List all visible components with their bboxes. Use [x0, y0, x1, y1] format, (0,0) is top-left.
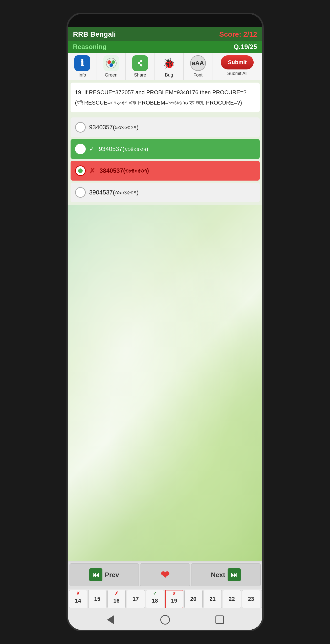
q-num-20[interactable]: 20 — [184, 590, 203, 608]
radio-c — [75, 165, 86, 176]
q-num-16[interactable]: ✗16 — [107, 590, 126, 608]
info-icon: ℹ — [74, 55, 90, 71]
bug-button[interactable]: 🐞 Bug — [155, 53, 184, 80]
back-icon — [107, 615, 114, 624]
svg-point-1 — [107, 60, 111, 64]
next-label: Next — [211, 571, 225, 579]
submit-all-label: Submit All — [227, 71, 247, 76]
status-bar — [68, 14, 262, 27]
phone-frame: RRB Bengali Score: 2/12 Reasoning Q.19/2… — [67, 13, 264, 631]
next-button[interactable]: Next ⏭ — [191, 563, 261, 586]
font-button[interactable]: aAA Font — [184, 53, 212, 80]
bug-label: Bug — [165, 72, 173, 78]
recents-icon — [215, 615, 224, 624]
question-text-en: 19. If RESCUE=372057 and PROBLEM=9348176… — [75, 88, 255, 96]
share-button[interactable]: Share — [126, 53, 155, 80]
bottom-nav-buttons: ⏮ Prev ❤ Next ⏭ — [68, 561, 262, 588]
subject-label: Reasoning — [73, 43, 107, 51]
option-d[interactable]: 3904537(৩৯০৪৫৩৭) — [71, 183, 260, 202]
info-button[interactable]: ℹ Info — [68, 53, 97, 80]
q-num-18[interactable]: ✓18 — [146, 590, 164, 608]
q-num-22[interactable]: 22 — [223, 590, 241, 608]
q-num-17[interactable]: 17 — [127, 590, 145, 608]
heart-button[interactable]: ❤ — [140, 563, 190, 586]
wrong-mark: ✗ — [89, 167, 95, 175]
home-button[interactable] — [160, 614, 171, 625]
question-area: 19. If RESCUE=372057 and PROBLEM=9348176… — [71, 83, 260, 112]
screen: RRB Bengali Score: 2/12 Reasoning Q.19/2… — [68, 27, 262, 630]
option-c[interactable]: ✗ 3840537(৩৮৪০৫৩৭) — [71, 161, 260, 181]
question-text-bn: (যদি RESCUE=৩৭২০৫৭ এবং PROBLEM=৯৩৪৮১৭৬ হ… — [75, 98, 255, 107]
font-label: Font — [193, 72, 203, 78]
q-num-21[interactable]: 21 — [204, 590, 222, 608]
svg-point-4 — [136, 59, 145, 68]
submit-icon: Submit — [221, 55, 254, 69]
header-sub: Reasoning Q.19/25 — [68, 41, 262, 53]
option-b[interactable]: ✓ 9340537(৯৩৪০৫৩৭) — [71, 139, 260, 159]
prev-label: Prev — [105, 571, 119, 579]
option-a[interactable]: 9340357(৯৩৪০৩৫৭) — [71, 117, 260, 137]
green-button[interactable]: Green — [97, 53, 126, 80]
score-display: Score: 2/12 — [219, 30, 257, 38]
q-num-24[interactable]: 24 — [261, 590, 262, 608]
submit-all-button[interactable]: Submit Submit All — [212, 53, 262, 80]
svg-point-3 — [109, 63, 113, 67]
option-d-text: 3904537(৩৯০৪৫৩৭) — [89, 189, 139, 196]
q-num-23[interactable]: 23 — [242, 590, 260, 608]
toolbar: ℹ Info Green — [68, 53, 262, 80]
correct-mark: ✓ — [89, 145, 94, 153]
prev-arrow-icon: ⏮ — [89, 568, 102, 581]
recents-button[interactable] — [214, 614, 225, 625]
bug-icon: 🐞 — [161, 55, 177, 71]
question-number-label: Q.19/25 — [234, 43, 257, 51]
radio-b — [75, 144, 86, 154]
option-a-text: 9340357(৯৩৪০৩৫৭) — [89, 124, 139, 131]
options-area: 9340357(৯৩৪০৩৫৭) ✓ 9340537(৯৩৪০৫৩৭) ✗ 38… — [71, 117, 260, 202]
header-top: RRB Bengali Score: 2/12 — [68, 27, 262, 41]
svg-point-5 — [140, 60, 142, 62]
background-area — [68, 205, 262, 561]
option-c-text: 3840537(৩৮৪০৫৩৭) — [100, 167, 149, 174]
notch — [142, 17, 188, 24]
share-label: Share — [134, 72, 146, 78]
bg-blur — [68, 205, 262, 561]
font-icon: aAA — [190, 55, 206, 71]
info-label: Info — [78, 72, 86, 78]
heart-icon: ❤ — [161, 569, 169, 581]
svg-point-7 — [140, 64, 142, 66]
green-icon — [103, 55, 119, 71]
radio-a — [75, 122, 86, 133]
home-icon — [160, 615, 170, 625]
svg-point-2 — [112, 60, 115, 64]
q-num-14[interactable]: ✗14 — [69, 590, 87, 608]
question-numbers-bar: ✗1415✗1617✓18✗19202122232425 — [68, 588, 262, 610]
radio-d — [75, 187, 86, 198]
green-label: Green — [105, 72, 118, 78]
q-num-19[interactable]: ✗19 — [165, 590, 183, 608]
q-num-15[interactable]: 15 — [88, 590, 106, 608]
android-nav-bar — [68, 610, 262, 630]
back-button[interactable] — [105, 614, 116, 625]
share-icon — [132, 55, 148, 71]
next-arrow-icon: ⏭ — [228, 568, 241, 581]
option-b-text: 9340537(৯৩৪০৫৩৭) — [99, 145, 148, 153]
app-title: RRB Bengali — [73, 30, 116, 38]
prev-button[interactable]: ⏮ Prev — [70, 563, 139, 586]
svg-point-6 — [138, 62, 140, 64]
